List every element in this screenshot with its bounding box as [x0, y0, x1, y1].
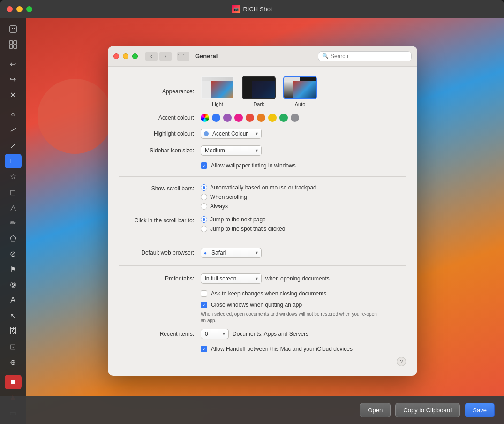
- default-browser-select[interactable]: Safari Chrome Firefox: [201, 248, 262, 258]
- search-input[interactable]: [331, 53, 407, 60]
- main-area: ↩ ↪ ✕ ○ / ↗ □ ☆ ◻ △ ✏ ⬠ ⊘ ⚑ ⑨ A ↖ 🖼 ⊡ ⊕ …: [0, 18, 504, 424]
- accent-purple[interactable]: [223, 114, 232, 122]
- tool-pentagon[interactable]: ⬠: [5, 231, 22, 246]
- wallpaper-tinting-checkbox[interactable]: ✓: [201, 162, 207, 169]
- tool-color-red[interactable]: ■: [5, 375, 22, 389]
- recent-items-row: Recent items: 0 5 10 15 20 ▼ Documents, …: [119, 329, 406, 339]
- scroll-always-label: Always: [210, 203, 228, 210]
- prefer-tabs-row: Prefer tabs: manually in full screen alw…: [119, 273, 406, 284]
- accent-yellow[interactable]: [268, 114, 277, 122]
- tool-cursor[interactable]: ↖: [5, 309, 22, 323]
- click-next-radio[interactable]: [201, 216, 207, 223]
- tool-eraser[interactable]: ◻: [5, 185, 22, 199]
- tool-redo[interactable]: ↪: [5, 72, 22, 87]
- decorative-circle: [38, 79, 113, 154]
- prefs-window: ‹ › ⋮⋮⋮ General 🔍 Appearance:: [108, 46, 417, 376]
- tool-pencil[interactable]: ✏: [5, 216, 22, 230]
- close-windows-info: When selected, open documents and window…: [201, 311, 379, 324]
- scroll-bars-options: Automatically based on mouse or trackpad…: [201, 184, 316, 210]
- appearance-dark[interactable]: Dark: [242, 76, 276, 107]
- prefs-search-box[interactable]: 🔍: [318, 51, 412, 61]
- ask-keep-changes-row: Ask to keep changes when closing documen…: [201, 290, 406, 297]
- appearance-row: Appearance: Light: [119, 76, 406, 107]
- tool-close[interactable]: ✕: [5, 88, 22, 102]
- accent-blue[interactable]: [212, 114, 220, 122]
- tool-crop[interactable]: ⊡: [5, 340, 22, 354]
- help-button[interactable]: ?: [397, 357, 406, 366]
- tool-image[interactable]: 🖼: [5, 324, 22, 339]
- tool-triangle[interactable]: △: [5, 200, 22, 215]
- accent-colour-label: Accent colour:: [119, 114, 194, 121]
- minimize-button[interactable]: [16, 6, 23, 12]
- tool-text[interactable]: A: [5, 293, 22, 308]
- wallpaper-tinting-label: Allow wallpaper tinting in windows: [211, 162, 296, 169]
- tool-arrow[interactable]: ↗: [5, 138, 22, 153]
- allow-handoff-label: Allow Handoff between this Mac and your …: [211, 346, 353, 352]
- save-button[interactable]: Save: [465, 403, 495, 417]
- tool-rectangle[interactable]: □: [5, 154, 22, 168]
- tool-flag[interactable]: ⚑: [5, 262, 22, 277]
- prefer-tabs-label: Prefer tabs:: [119, 275, 194, 282]
- divider-1: [6, 54, 20, 54]
- scroll-scrolling-row: When scrolling: [201, 194, 316, 200]
- prefs-close[interactable]: [113, 53, 119, 59]
- fullscreen-button[interactable]: [26, 6, 32, 12]
- prefs-forward-btn[interactable]: ›: [159, 52, 172, 61]
- tool-line[interactable]: /: [2, 119, 24, 141]
- accent-colors: [201, 114, 299, 122]
- appearance-label: Appearance:: [119, 88, 194, 95]
- accent-graphite[interactable]: [291, 114, 299, 122]
- divider-3: [6, 372, 20, 372]
- scroll-always-radio[interactable]: [201, 203, 207, 210]
- scroll-auto-radio[interactable]: [201, 184, 207, 191]
- close-button[interactable]: [7, 6, 13, 12]
- appearance-light[interactable]: Light: [201, 76, 234, 107]
- highlight-colour-select-wrapper: Accent Colour Blue Purple Pink Red Orang…: [201, 129, 262, 139]
- appearance-auto[interactable]: Auto: [283, 76, 317, 107]
- tool-star[interactable]: ☆: [5, 169, 22, 184]
- prefs-title: General: [195, 53, 218, 60]
- click-next-label: Jump to the next page: [210, 216, 266, 223]
- ask-keep-changes-checkbox[interactable]: [201, 290, 207, 297]
- tool-undo[interactable]: ↩: [5, 57, 22, 71]
- accent-green[interactable]: [279, 114, 288, 122]
- tool-brush[interactable]: ⊘: [5, 247, 22, 261]
- click-spot-row: Jump to the spot that's clicked: [201, 226, 285, 232]
- open-button[interactable]: Open: [360, 403, 391, 417]
- allow-handoff-checkbox[interactable]: ✓: [201, 346, 207, 352]
- prefer-tabs-select[interactable]: manually in full screen always: [201, 273, 262, 284]
- close-windows-checkbox[interactable]: ✓: [201, 302, 207, 308]
- tool-number[interactable]: ⑨: [5, 278, 22, 292]
- accent-multicolor[interactable]: [201, 114, 209, 122]
- click-spot-radio[interactable]: [201, 226, 207, 232]
- default-browser-select-wrapper: Safari Chrome Firefox ● ▼: [201, 248, 262, 258]
- sidebar-size-select[interactable]: Small Medium Large: [201, 145, 262, 156]
- light-label: Light: [212, 101, 223, 107]
- auto-thumb: [283, 76, 317, 99]
- accent-pink[interactable]: [234, 114, 243, 122]
- svg-rect-0: [10, 26, 16, 32]
- scroll-always-row: Always: [201, 203, 316, 210]
- tool-grid[interactable]: [5, 37, 22, 52]
- tool-grid2[interactable]: ⊕: [5, 355, 22, 370]
- prefs-grid-btn[interactable]: ⋮⋮⋮: [177, 52, 189, 61]
- prefs-minimize[interactable]: [123, 53, 128, 59]
- copy-to-clipboard-button[interactable]: Copy to Clipboard: [395, 403, 460, 417]
- title-content: 📷 RICH Shot: [232, 5, 272, 13]
- recent-items-select[interactable]: 0 5 10 15 20: [201, 329, 229, 339]
- prefer-tabs-select-wrapper: manually in full screen always ▼: [201, 273, 262, 284]
- scroll-scrolling-radio[interactable]: [201, 194, 207, 200]
- scroll-auto-label: Automatically based on mouse or trackpad: [210, 184, 316, 191]
- accent-red[interactable]: [246, 114, 254, 122]
- scroll-scrolling-label: When scrolling: [210, 194, 247, 200]
- search-icon: 🔍: [322, 53, 329, 59]
- tool-screenshot[interactable]: [5, 22, 22, 36]
- prefs-fullscreen[interactable]: [132, 53, 138, 59]
- close-windows-row: ✓ Close windows when quitting an app: [201, 302, 406, 308]
- highlight-swatch: [204, 131, 209, 136]
- divider-browser-tabs: [119, 265, 406, 266]
- sidebar-size-select-wrapper: Small Medium Large ▼: [201, 145, 262, 156]
- appearance-options: Light Dark: [201, 76, 317, 107]
- accent-orange[interactable]: [257, 114, 265, 122]
- prefs-back-btn[interactable]: ‹: [145, 52, 158, 61]
